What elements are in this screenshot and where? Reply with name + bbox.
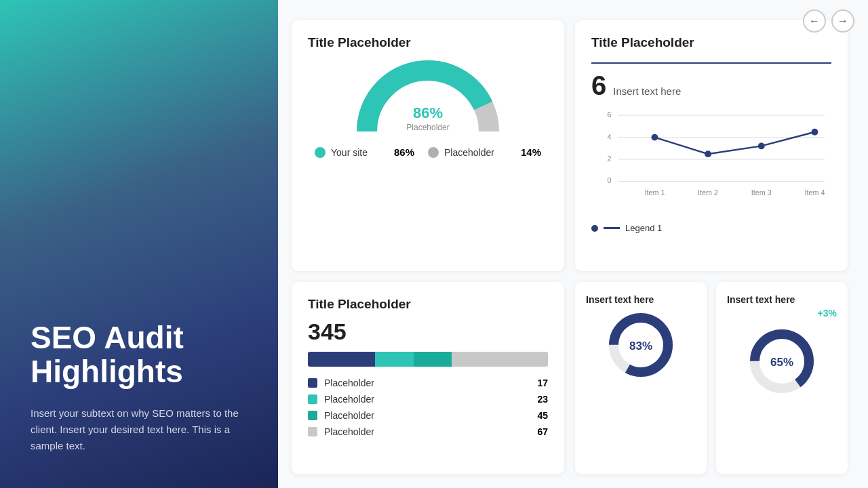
bar-legend-sq-2: [308, 394, 317, 404]
gauge-legend: Your site 86% Placeholder 14%: [308, 146, 548, 158]
svg-text:Item 4: Item 4: [804, 188, 825, 197]
bar-legend-val-4: 67: [537, 426, 548, 437]
donut-svg-1: 83%: [604, 308, 678, 382]
bar-legend-left-1: Placeholder: [308, 378, 374, 388]
svg-text:Item 3: Item 3: [751, 188, 772, 197]
donut-section: Insert text here 83% Insert text here +3…: [575, 282, 848, 475]
gauge-dot-2: [428, 147, 439, 158]
bar-card: Title Placeholder 345 Placeholder 17 Pla…: [292, 282, 564, 475]
stacked-bar: [308, 352, 548, 367]
svg-text:Item 1: Item 1: [644, 188, 665, 197]
gauge-legend-row-1: Your site 86% Placeholder 14%: [308, 146, 548, 158]
bar-legend-sq-3: [308, 411, 317, 420]
donut-title-2: Insert text here: [727, 294, 795, 305]
bar-card-title: Title Placeholder: [308, 297, 548, 312]
legend-line: [604, 227, 620, 229]
bar-total: 345: [308, 319, 548, 345]
legend-label: Legend 1: [625, 223, 662, 233]
bar-legend-label-1: Placeholder: [324, 378, 374, 388]
bar-segment-3: [414, 352, 452, 367]
bar-legend-row-1: Placeholder 17: [308, 378, 548, 388]
chart-point-2: [705, 150, 711, 157]
bar-legend-row-4: Placeholder 67: [308, 426, 548, 437]
svg-text:Placeholder: Placeholder: [406, 123, 449, 132]
bar-legend: Placeholder 17 Placeholder 23 Placeholde…: [308, 378, 548, 437]
bar-legend-label-4: Placeholder: [324, 426, 374, 437]
bar-legend-left-3: Placeholder: [308, 410, 374, 421]
line-chart-svg: 6 4 2 0 Item 1 Item 2 Item 3 Item 4: [591, 108, 831, 216]
svg-text:2: 2: [607, 155, 611, 163]
gauge-card: Title Placeholder 86% Placeholder Your s…: [292, 20, 564, 271]
line-chart-card: Title Placeholder 6 Insert text here 6 4…: [575, 20, 848, 271]
bar-legend-label-3: Placeholder: [324, 410, 374, 421]
bar-segment-1: [308, 352, 375, 367]
gauge-legend-val-1: 86%: [386, 146, 414, 158]
donut-wrap-2: 65%: [727, 324, 837, 399]
left-panel: SEO Audit Highlights Insert your subtext…: [0, 0, 278, 488]
gauge-legend-item-1: Your site: [315, 147, 368, 158]
bar-segment-4: [452, 352, 548, 367]
chart-legend: Legend 1: [591, 223, 831, 233]
svg-text:83%: 83%: [629, 340, 652, 352]
chart-point-1: [652, 134, 658, 141]
gauge-legend-val-2: 14%: [513, 146, 541, 158]
stat-text: Insert text here: [613, 85, 681, 97]
donut-svg-2: 65%: [745, 324, 819, 399]
line-chart-stat: 6 Insert text here: [591, 70, 831, 101]
gauge-dot-1: [315, 147, 326, 158]
gauge-container: 86% Placeholder: [308, 57, 548, 138]
line-chart-title: Title Placeholder: [591, 35, 831, 50]
bar-legend-val-2: 23: [537, 394, 548, 405]
chart-point-3: [758, 142, 765, 149]
back-button[interactable]: ←: [803, 9, 826, 33]
svg-text:0: 0: [607, 176, 611, 184]
bar-legend-val-3: 45: [537, 410, 548, 421]
gauge-svg: 86% Placeholder: [353, 57, 502, 138]
bar-legend-row-2: Placeholder 23: [308, 394, 548, 405]
gauge-legend-label-2: Placeholder: [444, 147, 494, 158]
svg-text:Item 2: Item 2: [698, 188, 718, 197]
gauge-legend-label-1: Your site: [331, 147, 368, 158]
nav-arrows: ← →: [803, 9, 854, 33]
bar-legend-label-2: Placeholder: [324, 394, 374, 405]
svg-text:86%: 86%: [413, 104, 443, 121]
right-content: ← → Title Placeholder 86% Placeholder Yo…: [278, 0, 868, 488]
bar-legend-sq-4: [308, 427, 317, 436]
stat-number: 6: [591, 70, 606, 101]
bar-legend-val-1: 17: [537, 378, 548, 388]
svg-text:4: 4: [607, 133, 611, 141]
main-title: SEO Audit Highlights: [31, 321, 248, 389]
forward-button[interactable]: →: [831, 9, 854, 33]
donut-title-1: Insert text here: [586, 294, 654, 305]
legend-circle: [591, 225, 598, 232]
donut-card-1: Insert text here 83%: [575, 282, 707, 475]
line-chart-header: Title Placeholder: [591, 35, 831, 64]
svg-text:65%: 65%: [770, 356, 793, 369]
donut-card-2: Insert text here +3% 65%: [716, 282, 848, 475]
bar-legend-row-3: Placeholder 45: [308, 410, 548, 421]
bar-legend-left-4: Placeholder: [308, 426, 374, 437]
donut-badge-2: +3%: [818, 308, 837, 319]
main-subtext: Insert your subtext on why SEO matters t…: [31, 405, 248, 454]
bar-segment-2: [375, 352, 414, 367]
bar-legend-sq-1: [308, 378, 317, 388]
gauge-card-title: Title Placeholder: [308, 35, 548, 50]
svg-text:6: 6: [607, 110, 611, 119]
bar-legend-left-2: Placeholder: [308, 394, 374, 405]
donut-wrap-1: 83%: [586, 308, 696, 382]
chart-point-4: [812, 129, 818, 136]
gauge-legend-item-2: Placeholder: [428, 147, 494, 158]
